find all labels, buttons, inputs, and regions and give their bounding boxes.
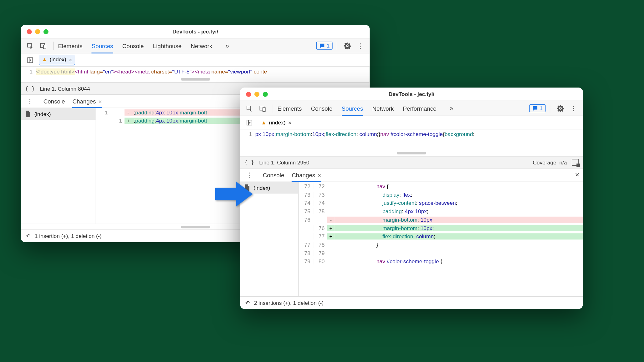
- tab-console[interactable]: Console: [311, 101, 333, 116]
- changed-files-pane: (index): [21, 108, 96, 224]
- issues-badge[interactable]: 1: [529, 104, 545, 112]
- minimize-window-button[interactable]: [35, 29, 40, 34]
- inspect-icon[interactable]: [243, 103, 255, 114]
- diff-line: 7272nav {: [299, 182, 583, 190]
- changed-file-item[interactable]: (index): [21, 108, 96, 120]
- revert-icon[interactable]: ↶: [26, 233, 31, 239]
- diff-line: 7373 display: flex;: [299, 190, 583, 199]
- file-tab-index[interactable]: ▲ (index) ×: [258, 118, 294, 128]
- file-tab-index[interactable]: ▲ (index) ×: [39, 54, 74, 65]
- tab-console[interactable]: Console: [122, 38, 144, 53]
- tab-elements[interactable]: Elements: [277, 101, 302, 116]
- device-toggle-icon[interactable]: [257, 103, 268, 114]
- gear-icon[interactable]: [555, 103, 566, 114]
- tab-performance[interactable]: Performance: [403, 101, 437, 116]
- warning-icon: ▲: [261, 119, 266, 126]
- editor-statusbar: { } Line 1, Column 2950 Coverage: n/a: [240, 156, 583, 168]
- file-icon: [25, 111, 31, 117]
- source-map-icon[interactable]: [572, 159, 579, 166]
- titlebar: DevTools - jec.fyi/: [240, 88, 583, 101]
- tab-network[interactable]: Network: [372, 101, 394, 116]
- diff-summary: 2 insertions (+), 1 deletion (-): [254, 300, 324, 306]
- titlebar: DevTools - jec.fyi/: [21, 25, 370, 38]
- changes-footer: ↶ 2 insertions (+), 1 deletion (-): [240, 296, 583, 309]
- warning-icon: ▲: [42, 56, 47, 63]
- devtools-toolbar: Elements Sources Console Lighthouse Netw…: [21, 38, 370, 53]
- transition-arrow-icon: [213, 179, 255, 209]
- svg-rect-2: [28, 58, 29, 63]
- device-toggle-icon[interactable]: [38, 40, 49, 51]
- diff-line: 7778}: [299, 240, 583, 249]
- coverage-label: Coverage: n/a: [533, 159, 567, 165]
- horizontal-scrollbar-thumb[interactable]: [181, 226, 210, 228]
- cursor-position: Line 1, Column 8044: [40, 85, 90, 92]
- maximize-window-button[interactable]: [263, 92, 268, 97]
- cursor-position: Line 1, Column 2950: [259, 159, 309, 165]
- diff-line: 76- margin-bottom: 10px: [299, 215, 583, 224]
- close-icon[interactable]: ×: [69, 56, 72, 63]
- horizontal-scrollbar-thumb[interactable]: [397, 152, 426, 154]
- gear-icon[interactable]: [341, 40, 353, 51]
- drawer-tab-changes[interactable]: Changes×: [292, 168, 321, 181]
- drawer-tab-changes[interactable]: Changes×: [72, 95, 102, 108]
- file-tabs-bar: ▲ (index) ×: [21, 53, 370, 67]
- close-icon[interactable]: ×: [318, 172, 321, 178]
- drawer-tab-console[interactable]: Console: [263, 168, 284, 181]
- diff-line: 77+ flex-direction: column;: [299, 232, 583, 240]
- diff-line: 7980nav #color-scheme-toggle {: [299, 257, 583, 265]
- close-icon[interactable]: ×: [288, 119, 292, 126]
- diff-summary: 1 insertion (+), 1 deletion (-): [35, 233, 102, 239]
- svg-rect-6: [247, 120, 248, 125]
- close-window-button[interactable]: [27, 29, 32, 34]
- code-editor[interactable]: 1<!doctype html><html lang="en"><head><m…: [21, 67, 370, 77]
- diff-line: 76+ margin-bottom: 10px;: [299, 224, 583, 232]
- inspect-icon[interactable]: [24, 40, 36, 51]
- line-number: 1: [240, 131, 255, 137]
- more-tabs-icon[interactable]: »: [222, 40, 233, 51]
- close-drawer-icon[interactable]: ×: [575, 171, 580, 179]
- kebab-menu-icon[interactable]: ⋮: [568, 103, 579, 114]
- navigator-toggle-icon[interactable]: [24, 54, 36, 66]
- line-number: 1: [21, 68, 36, 75]
- drawer-tab-console[interactable]: Console: [43, 95, 65, 108]
- tab-lighthouse[interactable]: Lighthouse: [153, 38, 181, 53]
- tab-sources[interactable]: Sources: [92, 38, 113, 53]
- diff-line: 7879: [299, 249, 583, 257]
- diff-line: 7474 justify-content: space-between;: [299, 199, 583, 207]
- diff-line: 7575 padding: 4px 10px;: [299, 207, 583, 215]
- close-icon[interactable]: ×: [98, 98, 102, 104]
- pretty-print-icon[interactable]: { }: [25, 85, 35, 92]
- kebab-menu-icon[interactable]: ⋮: [24, 95, 36, 107]
- revert-icon[interactable]: ↶: [245, 300, 250, 306]
- tab-sources[interactable]: Sources: [342, 101, 363, 116]
- more-tabs-icon[interactable]: »: [446, 103, 457, 114]
- devtools-window-after: DevTools - jec.fyi/ Elements Console Sou…: [240, 88, 583, 309]
- maximize-window-button[interactable]: [43, 29, 49, 34]
- diff-viewer[interactable]: 7272nav {7373 display: flex;7474 justify…: [299, 182, 583, 296]
- svg-rect-5: [263, 108, 265, 111]
- svg-rect-1: [43, 45, 46, 49]
- close-window-button[interactable]: [246, 92, 251, 97]
- window-title: DevTools - jec.fyi/: [240, 91, 583, 97]
- devtools-toolbar: Elements Console Sources Network Perform…: [240, 101, 583, 116]
- minimize-window-button[interactable]: [254, 92, 259, 97]
- pretty-print-icon[interactable]: { }: [244, 159, 254, 165]
- window-title: DevTools - jec.fyi/: [21, 28, 370, 35]
- horizontal-scrollbar-thumb[interactable]: [181, 78, 210, 81]
- tab-elements[interactable]: Elements: [58, 38, 83, 53]
- code-editor[interactable]: 1px 10px;margin-bottom:10px;flex-directi…: [240, 129, 583, 150]
- kebab-menu-icon[interactable]: ⋮: [355, 40, 366, 51]
- issues-badge[interactable]: 1: [316, 42, 332, 50]
- tab-network[interactable]: Network: [191, 38, 212, 53]
- navigator-toggle-icon[interactable]: [243, 117, 255, 128]
